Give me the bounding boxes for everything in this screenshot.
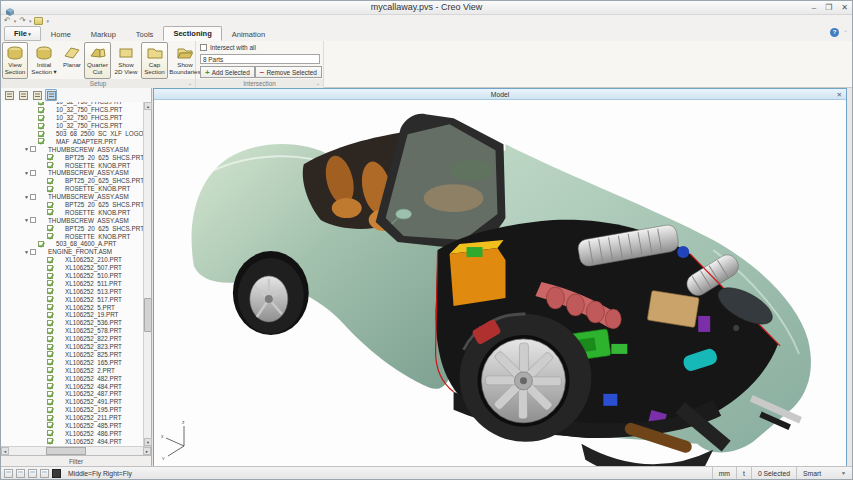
intersection-dialog-launcher-icon[interactable]: ⌄	[316, 79, 320, 88]
blue-part-2[interactable]	[603, 394, 617, 406]
visibility-checkbox[interactable]	[47, 202, 53, 208]
tree-row-part[interactable]: XL106252_195.PRT	[1, 406, 143, 414]
collapse-caret-icon[interactable]: ▼	[23, 146, 30, 152]
vscroll-thumb[interactable]	[144, 298, 152, 332]
tree-row-part[interactable]: 10_32_750_FHCS.PRT	[1, 122, 143, 130]
maximize-icon[interactable]: ❐	[825, 2, 832, 14]
view-dropdown-icon[interactable]: ▾	[46, 18, 49, 24]
tab-markup[interactable]: Markup	[81, 27, 126, 41]
tree-row-part[interactable]: BPT25_20_625_SHCS.PRT	[1, 224, 143, 232]
tree-row-part[interactable]: XL106252_822.PRT	[1, 335, 143, 343]
remove-selected-button[interactable]: − Remove Selected	[255, 66, 322, 78]
visibility-checkbox[interactable]	[47, 209, 53, 215]
tree-row-part[interactable]: XL106252_494.PRT	[1, 437, 143, 445]
tree-row-part[interactable]: BPT25_20_625_SHCS.PRT	[1, 153, 143, 161]
visibility-checkbox[interactable]	[47, 391, 53, 397]
visibility-checkbox[interactable]	[47, 359, 53, 365]
rear-wheel[interactable]	[233, 251, 309, 335]
redo-icon[interactable]: ↷	[19, 16, 26, 26]
add-selected-button[interactable]: + Add Selected	[200, 66, 255, 78]
tree-row-part[interactable]: XL106252_491.PRT	[1, 398, 143, 406]
tree-row-part[interactable]: XL106252_484.PRT	[1, 382, 143, 390]
tree-row-assembly[interactable]: ▼THUMBSCREW_ASSY.ASM	[1, 216, 143, 224]
collapse-caret-icon[interactable]: ▼	[23, 194, 30, 200]
tree-row-part[interactable]: XL106252_578.PRT	[1, 327, 143, 335]
quarter-cut-button[interactable]: Quarter Cut	[84, 42, 111, 79]
front-bumper-lower[interactable]	[581, 444, 713, 466]
purple-part-1[interactable]	[698, 316, 710, 332]
tree-row-part[interactable]: ROSETTE_KNOB.PRT	[1, 161, 143, 169]
visibility-checkbox[interactable]	[47, 320, 53, 326]
visibility-checkbox[interactable]	[38, 102, 44, 105]
visibility-checkbox[interactable]	[47, 225, 53, 231]
setup-dialog-launcher-icon[interactable]: ⌄	[188, 79, 192, 88]
tree-row-part[interactable]: XL106252_536.PRT	[1, 319, 143, 327]
view-section-button[interactable]: View Section	[2, 42, 28, 79]
minimize-icon[interactable]: –	[812, 2, 816, 14]
tree-row-part[interactable]: XL106252_19.PRT	[1, 311, 143, 319]
model-tree[interactable]: 10_32_750_FHCS.PRT10_32_750_FHCS.PRT10_3…	[1, 102, 143, 446]
visibility-checkbox[interactable]	[30, 249, 36, 255]
visibility-checkbox[interactable]	[30, 146, 36, 152]
tree-row-part[interactable]: XL106252_210.PRT	[1, 256, 143, 264]
tree-row-part[interactable]: ROSETTE_KNOB.PRT	[1, 232, 143, 240]
collapse-caret-icon[interactable]: ▼	[23, 170, 30, 176]
blue-fitting[interactable]	[677, 246, 689, 258]
tree-row-part[interactable]: ROSETTE_KNOB.PRT	[1, 185, 143, 193]
structure-icon[interactable]	[3, 89, 15, 101]
visibility-checkbox[interactable]	[38, 107, 44, 113]
tree-row-part[interactable]: XL106252_482.PRT	[1, 374, 143, 382]
visibility-checkbox[interactable]	[47, 312, 53, 318]
visibility-checkbox[interactable]	[38, 123, 44, 129]
visibility-checkbox[interactable]	[47, 438, 53, 444]
visibility-checkbox[interactable]	[38, 131, 44, 137]
tree-row-part[interactable]: XL106252_2.PRT	[1, 366, 143, 374]
visibility-checkbox[interactable]	[47, 273, 53, 279]
tree-row-part[interactable]: BPT25_20_625_SHCS.PRT	[1, 177, 143, 185]
visibility-checkbox[interactable]	[47, 383, 53, 389]
tree-row-part[interactable]: 10_32_750_FHCS.PRT	[1, 114, 143, 122]
tree-row-part[interactable]: BPT25_20_625_SHCS.PRT	[1, 201, 143, 209]
visibility-checkbox[interactable]	[47, 430, 53, 436]
tree-row-part[interactable]: XL106252_487.PRT	[1, 390, 143, 398]
views-icon[interactable]	[17, 89, 29, 101]
tree-row-part[interactable]: XL106252_823.PRT	[1, 343, 143, 351]
tree-row-assembly[interactable]: ▼THUMBSCREW_ASSY.ASM	[1, 169, 143, 177]
collapse-caret-icon[interactable]: ▼	[23, 249, 30, 255]
visibility-checkbox[interactable]	[47, 304, 53, 310]
tab-sectioning[interactable]: Sectioning	[163, 26, 221, 41]
planar-button[interactable]: Planar	[60, 42, 84, 79]
tree-row-assembly[interactable]: ▼ENGINE_FRONT.ASM	[1, 248, 143, 256]
scroll-up-icon[interactable]: ▲	[144, 102, 152, 110]
battery-box[interactable]	[450, 240, 506, 306]
visibility-checkbox[interactable]	[38, 115, 44, 121]
hscroll-thumb[interactable]	[46, 447, 86, 455]
visibility-checkbox[interactable]	[47, 367, 53, 373]
annotations-icon[interactable]	[31, 89, 43, 101]
help-icon[interactable]: ?	[830, 28, 839, 37]
tab-file[interactable]: File ▾	[4, 26, 41, 41]
visibility-checkbox[interactable]	[47, 288, 53, 294]
layout-toggle-icon-1[interactable]	[4, 469, 13, 478]
tab-home[interactable]: Home	[41, 27, 81, 41]
cap-section-button[interactable]: Cap Section	[141, 42, 168, 79]
visibility-checkbox[interactable]	[47, 265, 53, 271]
tree-row-part[interactable]: XL106252_510.PRT	[1, 272, 143, 280]
visibility-checkbox[interactable]	[47, 415, 53, 421]
visibility-checkbox[interactable]	[47, 296, 53, 302]
intersect-with-all-checkbox[interactable]	[200, 44, 207, 51]
ribbon-collapse-icon[interactable]: ⌃	[843, 29, 848, 36]
tree-row-part[interactable]: XL106252_513.PRT	[1, 287, 143, 295]
tab-animation[interactable]: Animation	[222, 27, 275, 41]
car-model[interactable]	[154, 100, 846, 466]
tree-row-part[interactable]: MAF_ADAPTER.PRT	[1, 137, 143, 145]
view-icon[interactable]	[34, 17, 43, 25]
visibility-checkbox[interactable]	[47, 154, 53, 160]
visibility-checkbox[interactable]	[30, 217, 36, 223]
scroll-right-icon[interactable]: ►	[143, 447, 151, 455]
viewport-canvas[interactable]: z x y	[154, 100, 846, 466]
scroll-left-icon[interactable]: ◄	[1, 447, 9, 455]
tree-vertical-scrollbar[interactable]: ▲ ▼	[143, 102, 151, 446]
layout-toggle-icon-2[interactable]	[16, 469, 25, 478]
initial-section-button[interactable]: Initial Section ▾	[28, 42, 60, 79]
